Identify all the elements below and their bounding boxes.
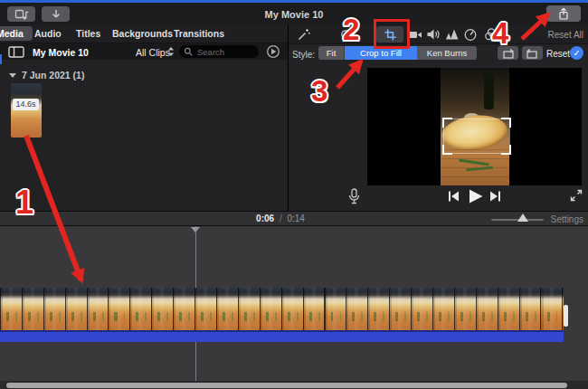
style-ken-burns-button[interactable]: Ken Burns (417, 46, 477, 60)
timeline-clip-filmstrip[interactable] (0, 288, 564, 330)
clip-filter-icon (266, 44, 280, 59)
chevron-updown-icon (167, 46, 175, 57)
speed-gauge-icon[interactable] (463, 27, 478, 42)
reset-button[interactable]: Reset (546, 49, 570, 59)
rotate-clockwise-button[interactable] (522, 46, 543, 60)
time-separator: / (280, 213, 282, 223)
rotate-cw-icon (526, 48, 539, 59)
style-label: Style: (292, 50, 315, 60)
clip-filter-button[interactable] (266, 44, 280, 59)
skip-back-icon (448, 191, 460, 202)
voiceover-mic-button[interactable] (348, 188, 360, 204)
clips-filter-dropdown[interactable]: All Clips (136, 47, 170, 58)
tab-transitions[interactable]: Transitions (174, 28, 224, 39)
reset-all-button[interactable]: Reset All (548, 30, 583, 40)
video-clip-thumbnail[interactable]: 14.6s (11, 83, 42, 138)
previous-frame-button[interactable] (448, 191, 460, 202)
sidebar-toggle-button[interactable] (7, 45, 25, 58)
fullscreen-button[interactable] (570, 189, 583, 202)
microphone-icon (348, 188, 360, 204)
tab-media[interactable]: Media (0, 26, 33, 41)
crop-handle-top-left[interactable] (442, 118, 452, 128)
project-name: My Movie 10 (33, 47, 89, 58)
annotation-number-3: 3 (311, 76, 327, 106)
bottle-shape (484, 73, 494, 109)
time-display: 0:06 / 0:14 (0, 213, 561, 223)
expand-icon (570, 189, 583, 202)
annotation-number-2: 2 (343, 14, 359, 44)
noise-reduction-icon[interactable] (445, 27, 460, 42)
share-icon (557, 7, 570, 21)
media-group-header[interactable]: 7 Jun 2021 (1) (9, 70, 84, 81)
search-field[interactable] (179, 45, 259, 58)
clip-duration-badge: 14.6s (13, 99, 39, 110)
crop-style-row: Style: Fit Crop to Fill Ken Burns Reset … (289, 43, 588, 63)
clip-trim-handle[interactable] (564, 305, 568, 327)
imovie-window: My Movie 10 Media Audio Titles Backgroun… (0, 0, 588, 389)
library-control-row: My Movie 10 All Clips (0, 43, 288, 61)
play-button[interactable] (469, 189, 483, 204)
crop-handle-bottom-left[interactable] (442, 145, 452, 155)
stabilization-camera-icon[interactable] (408, 27, 422, 42)
browser-tab-bar: Media Audio Titles Backgrounds Transitio… (0, 25, 288, 43)
search-icon (184, 47, 193, 56)
annotation-highlight-box (374, 19, 410, 49)
timeline-zoom-thumb[interactable] (517, 213, 528, 222)
media-browser: 7 Jun 2021 (1) 14.6s (0, 60, 288, 211)
volume-icon[interactable] (426, 27, 441, 42)
disclosure-triangle-icon (9, 73, 16, 78)
search-input[interactable] (195, 46, 253, 58)
style-fit-button[interactable]: Fit (318, 46, 345, 60)
left-edge-accent (0, 54, 2, 64)
current-time: 0:06 (256, 213, 274, 223)
media-browser-panel: Media Audio Titles Backgrounds Transitio… (0, 25, 288, 211)
timeline-scrollbar-thumb[interactable] (6, 383, 567, 388)
filmstrip-texture (0, 312, 564, 321)
crop-handle-bottom-right[interactable] (501, 145, 511, 155)
playback-bar (289, 185, 588, 211)
annotation-number-4: 4 (492, 18, 508, 48)
enhance-wand-icon[interactable] (297, 27, 311, 42)
crop-handle-top-right[interactable] (501, 118, 511, 128)
timeline-header: 0:06 / 0:14 Settings (0, 211, 588, 226)
crop-selection-rect[interactable] (443, 119, 510, 154)
share-button[interactable] (546, 5, 581, 22)
annotation-number-1: 1 (15, 186, 33, 219)
media-group-label: 7 Jun 2021 (1) (22, 70, 84, 81)
timeline-settings-button[interactable]: Settings (551, 214, 583, 224)
timeline[interactable] (0, 226, 588, 389)
tab-backgrounds[interactable]: Backgrounds (112, 28, 173, 39)
preview-viewer (367, 68, 582, 185)
total-time: 0:14 (287, 213, 304, 223)
play-icon (469, 189, 483, 204)
sidebar-icon (8, 46, 24, 58)
next-frame-button[interactable] (489, 191, 501, 202)
tab-audio[interactable]: Audio (34, 28, 62, 39)
timeline-audio-waveform[interactable] (0, 330, 564, 342)
apply-check-button[interactable]: ✓ (570, 46, 583, 60)
tab-titles[interactable]: Titles (76, 28, 100, 39)
adjust-toolbar: Reset All (289, 25, 588, 44)
skip-forward-icon (489, 191, 501, 202)
inspector-panel: Reset All Style: Fit Crop to Fill Ken Bu… (289, 25, 588, 211)
